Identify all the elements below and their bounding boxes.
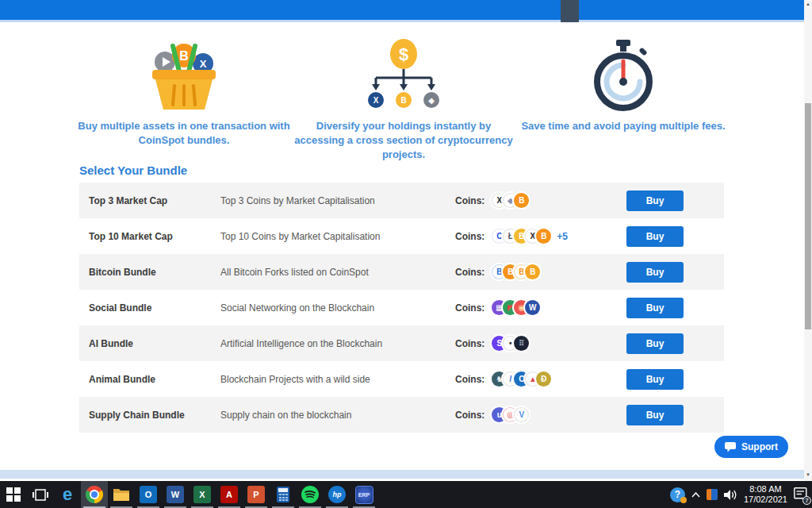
taskbar: e O W X A P xyxy=(0,481,812,508)
coin-icons: S•⠿ xyxy=(492,336,529,351)
help-badge xyxy=(680,497,687,503)
buy-button[interactable]: Buy xyxy=(626,226,684,247)
coin-icon: W xyxy=(525,300,540,315)
coins-label: Coins: xyxy=(455,338,485,349)
bundle-description: All Bitcoin Forks listed on CoinSpot xyxy=(220,267,455,278)
bundle-row-animal: Animal Bundle Blockchain Projects with a… xyxy=(79,361,724,397)
coin-icons: BBBB xyxy=(492,264,540,279)
bundle-row-social: Social Bundle Social Networking on the B… xyxy=(79,290,724,325)
bundle-name: Social Bundle xyxy=(79,302,220,314)
bundle-name: Supply Chain Bundle xyxy=(79,410,220,421)
get-help-icon[interactable]: ? xyxy=(670,487,685,502)
coin-icons: X◆B xyxy=(492,193,529,208)
svg-text:B: B xyxy=(400,96,406,105)
taskbar-word[interactable]: W xyxy=(162,481,189,508)
feature-text: Diversify your holdings instantly by acc… xyxy=(292,119,515,162)
action-center-button[interactable]: 7 xyxy=(794,487,807,502)
acrobat-icon: A xyxy=(220,486,238,503)
chrome-icon xyxy=(86,486,103,503)
buy-button[interactable]: Buy xyxy=(626,405,684,425)
coin-icon: B xyxy=(525,264,540,279)
bundle-row-top10: Top 10 Market Cap Top 10 Coins by Market… xyxy=(79,218,724,254)
coin-icons: CŁBXB xyxy=(492,229,551,244)
taskbar-hp[interactable]: hp xyxy=(324,481,350,508)
start-button[interactable] xyxy=(0,481,27,508)
bundle-description: Artificial Intelligence on the Blockchai… xyxy=(220,338,455,349)
svg-text:◆: ◆ xyxy=(428,96,435,105)
scrollbar-down-arrow[interactable]: ▼ xyxy=(804,471,812,479)
coin-icon: Ð xyxy=(536,371,551,387)
coin-icon: V xyxy=(514,407,529,422)
coin-icons: u◎V xyxy=(492,407,529,422)
feature-text: Save time and avoid paying multiple fees… xyxy=(511,119,735,133)
bundle-description: Top 3 Coins by Market Capitalisation xyxy=(220,195,455,206)
taskbar-excel[interactable]: X xyxy=(189,481,216,508)
buy-button[interactable]: Buy xyxy=(626,262,684,283)
taskbar-clock[interactable]: 8:08 AM 17/02/2021 xyxy=(744,484,787,505)
taskbar-edge[interactable]: e xyxy=(54,481,81,508)
buy-button[interactable]: Buy xyxy=(626,333,684,354)
bundle-name: AI Bundle xyxy=(79,338,220,349)
taskbar-file-explorer[interactable] xyxy=(108,481,135,508)
feature-save-time: Save time and avoid paying multiple fees… xyxy=(511,37,735,133)
coin-icon: B xyxy=(536,229,551,244)
buy-button[interactable]: Buy xyxy=(626,369,684,390)
taskbar-erp[interactable]: ERP xyxy=(350,481,377,508)
bundle-description: Blockchain Projects with a wild side xyxy=(220,374,455,385)
features-row: X B Buy multiple assets in one transacti… xyxy=(0,37,804,156)
coins-label: Coins: xyxy=(455,267,485,278)
spotify-icon xyxy=(301,486,319,503)
clock-date: 17/02/2021 xyxy=(744,495,787,505)
notification-count-badge: 7 xyxy=(802,496,811,505)
page-header-bar xyxy=(0,0,804,22)
support-button[interactable]: Support xyxy=(714,436,788,458)
erp-icon: ERP xyxy=(355,486,373,504)
task-view-button[interactable] xyxy=(27,481,54,508)
chat-bubble-icon xyxy=(725,442,736,452)
page-scrollbar[interactable]: ▲ ▼ xyxy=(804,0,812,481)
taskbar-calculator[interactable] xyxy=(270,481,297,508)
buy-button[interactable]: Buy xyxy=(626,298,684,318)
taskbar-outlook[interactable]: O xyxy=(135,481,162,508)
support-label: Support xyxy=(741,441,778,452)
task-view-icon xyxy=(33,489,48,501)
file-explorer-icon xyxy=(113,487,130,502)
hp-icon: hp xyxy=(328,486,346,503)
system-tray: ? 8:08 AM 17/02/2021 xyxy=(670,481,812,508)
taskbar-spotify[interactable] xyxy=(297,481,324,508)
bundle-row-top3: Top 3 Market Cap Top 3 Coins by Market C… xyxy=(79,183,724,218)
svg-text:$: $ xyxy=(399,44,408,64)
stopwatch-icon xyxy=(511,37,735,116)
coins-label: Coins: xyxy=(455,410,485,421)
bundle-name: Animal Bundle xyxy=(79,374,220,385)
tray-app-icon[interactable] xyxy=(707,489,718,500)
coin-icon: B xyxy=(514,193,529,208)
scrollbar-up-arrow[interactable]: ▲ xyxy=(804,0,812,8)
coins-label: Coins: xyxy=(455,195,485,206)
coin-icons: ▦◤◉W xyxy=(492,300,540,315)
coins-label: Coins: xyxy=(455,231,485,242)
outlook-icon: O xyxy=(140,486,157,503)
coins-label: Coins: xyxy=(455,374,485,385)
calculator-icon xyxy=(277,487,289,502)
taskbar-chrome[interactable] xyxy=(81,481,108,508)
header-dark-block xyxy=(561,0,579,22)
taskbar-acrobat[interactable]: A xyxy=(216,481,243,508)
word-icon: W xyxy=(167,486,184,503)
tray-chevron-up-icon[interactable] xyxy=(691,492,700,498)
feature-buy-multiple: X B Buy multiple assets in one transacti… xyxy=(76,37,292,148)
svg-text:X: X xyxy=(200,58,207,70)
coin-icon: ⠿ xyxy=(514,336,529,351)
screen: X B Buy multiple assets in one transacti… xyxy=(0,0,812,508)
bundle-name: Top 3 Market Cap xyxy=(79,195,220,206)
taskbar-powerpoint[interactable]: P xyxy=(243,481,270,508)
volume-icon[interactable] xyxy=(724,490,737,500)
bundle-description: Supply chain on the blockchain xyxy=(220,410,455,421)
scrollbar-thumb[interactable] xyxy=(805,103,811,329)
powerpoint-icon: P xyxy=(247,486,265,503)
windows-logo-icon xyxy=(6,487,21,502)
feature-text: Buy multiple assets in one transaction w… xyxy=(76,119,292,148)
edge-icon: e xyxy=(63,484,72,505)
buy-button[interactable]: Buy xyxy=(626,190,684,211)
bottom-strip xyxy=(0,470,804,479)
